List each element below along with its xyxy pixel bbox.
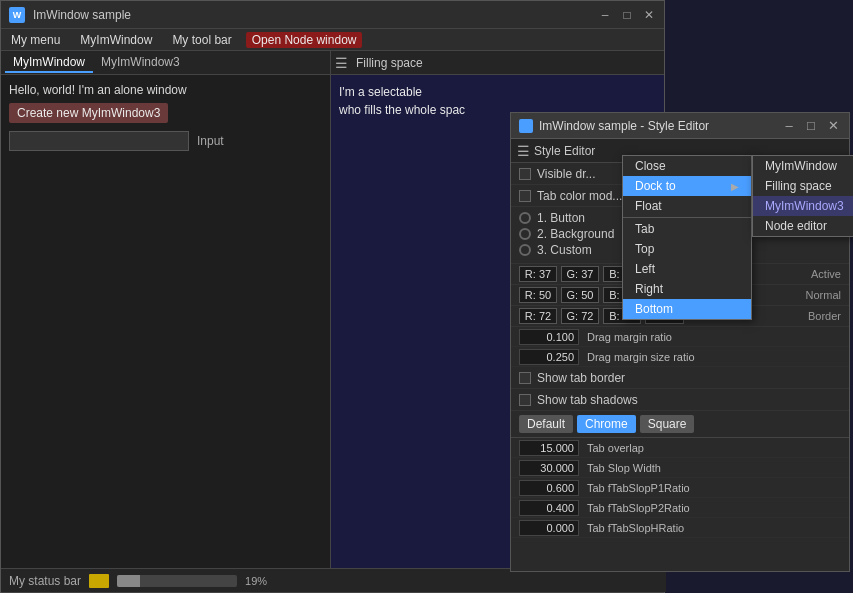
progress-fill — [117, 575, 140, 587]
color-r-normal[interactable]: R: 50 — [519, 287, 557, 303]
color-g-normal[interactable]: G: 50 — [561, 287, 599, 303]
sm-filling-space[interactable]: Filling space ▶ — [753, 176, 853, 196]
open-node-button[interactable]: Open Node window — [246, 32, 363, 48]
ftab-slop-h-row: 0.000 Tab fTabSlopHRatio — [511, 518, 849, 538]
menu-bar: My menu MyImWindow My tool bar Open Node… — [1, 29, 664, 51]
tab-color-checkbox[interactable] — [519, 190, 531, 202]
ftab-slop-h-value[interactable]: 0.000 — [519, 520, 579, 536]
show-tab-shadows-row[interactable]: Show tab shadows — [511, 389, 849, 411]
sm-my-im-window[interactable]: MyImWindow ▶ — [753, 156, 853, 176]
cm-float-label: Float — [635, 199, 662, 213]
color-name-border: Border — [808, 310, 841, 322]
menu-my-im-window[interactable]: MyImWindow — [74, 31, 158, 49]
cm-dock-bottom[interactable]: Bottom — [623, 299, 751, 319]
sm-filling-space-label: Filling space — [765, 179, 832, 193]
radio-custom[interactable] — [519, 244, 531, 256]
hamburger-icon[interactable]: ☰ — [335, 55, 348, 71]
cm-dock-to[interactable]: Dock to ▶ — [623, 176, 751, 196]
progress-text: 19% — [245, 575, 267, 587]
se-title-bar: ImWindow sample - Style Editor – □ ✕ — [511, 113, 849, 139]
ftab-slop-p2-value[interactable]: 0.400 — [519, 500, 579, 516]
left-tabs-bar: MyImWindow MyImWindow3 — [1, 51, 330, 75]
radio-label-custom: 3. Custom — [537, 243, 592, 257]
cm-dock-left[interactable]: Left — [623, 259, 751, 279]
ftab-slop-p2-row: 0.400 Tab fTabSlopP2Ratio — [511, 498, 849, 518]
ftab-slop-p2-label: Tab fTabSlopP2Ratio — [587, 502, 690, 514]
window-controls: – □ ✕ — [598, 8, 656, 22]
close-button[interactable]: ✕ — [642, 8, 656, 22]
tab-overlap-label: Tab overlap — [587, 442, 644, 454]
tab-slop-width-row: 30.000 Tab Slop Width — [511, 458, 849, 478]
se-minimize-button[interactable]: – — [781, 118, 797, 134]
maximize-button[interactable]: □ — [620, 8, 634, 22]
input-field[interactable] — [9, 131, 189, 151]
ftab-slop-h-label: Tab fTabSlopHRatio — [587, 522, 684, 534]
drag-margin-size-label: Drag margin size ratio — [587, 351, 695, 363]
ftab-slop-p1-value[interactable]: 0.600 — [519, 480, 579, 496]
drag-margin-value[interactable]: 0.100 — [519, 329, 579, 345]
tab-overlap-row: 15.000 Tab overlap — [511, 438, 849, 458]
color-name-active: Active — [811, 268, 841, 280]
style-tab-square[interactable]: Square — [640, 415, 695, 433]
tab-overlap-value[interactable]: 15.000 — [519, 440, 579, 456]
cm-dock-right-label: Right — [635, 282, 663, 296]
progress-bar — [117, 575, 237, 587]
filling-space-title: Filling space — [356, 56, 423, 70]
ftab-slop-p1-label: Tab fTabSlopP1Ratio — [587, 482, 690, 494]
minimize-button[interactable]: – — [598, 8, 612, 22]
main-title-bar: W ImWindow sample – □ ✕ — [1, 1, 664, 29]
sm-my-im-window-label: MyImWindow — [765, 159, 837, 173]
drag-margin-size-value[interactable]: 0.250 — [519, 349, 579, 365]
radio-background[interactable] — [519, 228, 531, 240]
cm-close[interactable]: Close — [623, 156, 751, 176]
menu-my-tool-bar: My tool bar — [166, 31, 237, 49]
menu-my-menu[interactable]: My menu — [5, 31, 66, 49]
color-r-active[interactable]: R: 37 — [519, 266, 557, 282]
cm-dock-to-label: Dock to — [635, 179, 676, 193]
style-tab-default[interactable]: Default — [519, 415, 573, 433]
cm-dock-tab[interactable]: Tab — [623, 219, 751, 239]
se-hamburger-icon[interactable]: ☰ — [517, 143, 530, 159]
tab-slop-width-value[interactable]: 30.000 — [519, 460, 579, 476]
input-label: Input — [197, 134, 224, 148]
left-panel: MyImWindow MyImWindow3 Hello, world! I'm… — [1, 51, 331, 568]
sm-my-im-window3-label: MyImWindow3 — [765, 199, 844, 213]
cm-dock-bottom-label: Bottom — [635, 302, 673, 316]
left-panel-content: Hello, world! I'm an alone window Create… — [1, 75, 330, 568]
status-text: My status bar — [9, 574, 81, 588]
color-r-border[interactable]: R: 72 — [519, 308, 557, 324]
cm-float[interactable]: Float — [623, 196, 751, 216]
sm-node-editor[interactable]: Node editor ▶ — [753, 216, 853, 236]
input-row: Input — [9, 131, 322, 151]
show-tab-border-checkbox[interactable] — [519, 372, 531, 384]
status-yellow-indicator — [89, 574, 109, 588]
color-g-border[interactable]: G: 72 — [561, 308, 599, 324]
style-tab-row: Default Chrome Square — [511, 411, 849, 438]
app-icon: W — [9, 7, 25, 23]
cm-dock-right[interactable]: Right — [623, 279, 751, 299]
color-g-active[interactable]: G: 37 — [561, 266, 599, 282]
cm-dock-top[interactable]: Top — [623, 239, 751, 259]
style-tab-chrome[interactable]: Chrome — [577, 415, 636, 433]
dock-to-submenu: MyImWindow ▶ Filling space ▶ MyImWindow3… — [752, 155, 853, 237]
se-maximize-button[interactable]: □ — [803, 118, 819, 134]
sm-my-im-window3[interactable]: MyImWindow3 ▶ — [753, 196, 853, 216]
context-menu: Close Dock to ▶ Float Tab Top Left Right… — [622, 155, 752, 320]
se-header-title: Style Editor — [534, 144, 595, 158]
drag-margin-row: 0.100 Drag margin ratio — [511, 327, 849, 347]
cm-dock-to-arrow: ▶ — [731, 181, 739, 192]
visible-checkbox[interactable] — [519, 168, 531, 180]
right-panel-header: ☰ Filling space — [331, 51, 664, 75]
drag-margin-label: Drag margin ratio — [587, 331, 672, 343]
tab-my-im-window3[interactable]: MyImWindow3 — [93, 53, 188, 73]
selectable-text-1[interactable]: I'm a selectable — [339, 83, 656, 101]
radio-label-button: 1. Button — [537, 211, 585, 225]
show-tab-border-row[interactable]: Show tab border — [511, 367, 849, 389]
radio-button[interactable] — [519, 212, 531, 224]
tab-my-im-window[interactable]: MyImWindow — [5, 53, 93, 73]
create-my-im-window3-button[interactable]: Create new MyImWindow3 — [9, 103, 168, 123]
color-name-normal: Normal — [806, 289, 841, 301]
sm-node-editor-label: Node editor — [765, 219, 827, 233]
show-tab-shadows-checkbox[interactable] — [519, 394, 531, 406]
se-close-button[interactable]: ✕ — [825, 118, 841, 134]
